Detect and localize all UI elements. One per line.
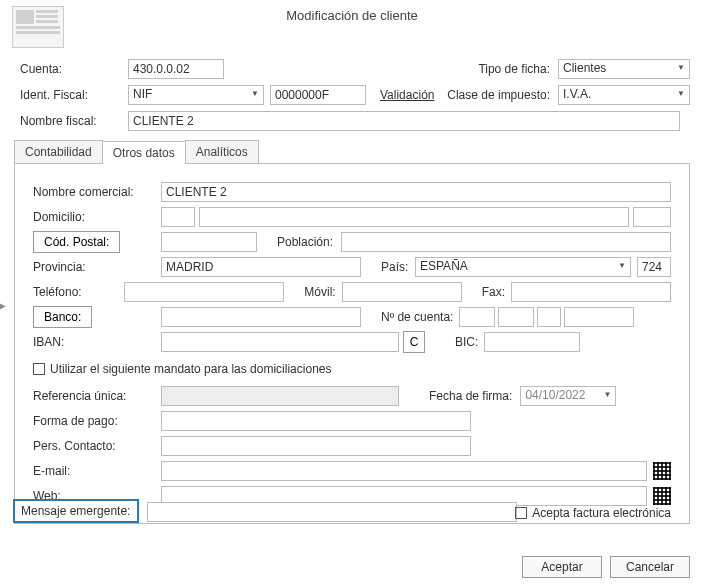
iban-input[interactable]	[161, 332, 399, 352]
tipo-ficha-select[interactable]: Clientes▼	[558, 59, 690, 79]
banco-button[interactable]: Banco:	[33, 306, 92, 328]
pais-value: ESPAÑA	[420, 259, 468, 273]
ref-unica-input[interactable]	[161, 386, 399, 406]
bic-input[interactable]	[484, 332, 580, 352]
telefono-input[interactable]	[124, 282, 284, 302]
iban-c-button[interactable]: C	[403, 331, 425, 353]
poblacion-input[interactable]	[341, 232, 671, 252]
poblacion-label: Población:	[277, 235, 333, 249]
ncuenta-1-input[interactable]	[459, 307, 495, 327]
telefono-label: Teléfono:	[33, 285, 124, 299]
nombre-comercial-input[interactable]	[161, 182, 671, 202]
nombre-fiscal-input[interactable]	[128, 111, 680, 131]
cod-postal-button[interactable]: Cód. Postal:	[33, 231, 120, 253]
nombre-comercial-label: Nombre comercial:	[33, 185, 161, 199]
domicilio-input[interactable]	[199, 207, 629, 227]
forma-pago-input[interactable]	[161, 411, 471, 431]
banco-input[interactable]	[161, 307, 361, 327]
email-input[interactable]	[161, 461, 647, 481]
pers-contacto-input[interactable]	[161, 436, 471, 456]
aceptar-button[interactable]: Aceptar	[522, 556, 602, 578]
clase-impuesto-value: I.V.A.	[563, 87, 591, 101]
chevron-down-icon: ▼	[675, 89, 687, 101]
mensaje-emergente-input[interactable]	[147, 502, 517, 522]
bic-label: BIC:	[455, 335, 478, 349]
movil-input[interactable]	[342, 282, 462, 302]
mandato-label: Utilizar el siguiente mandato para las d…	[50, 362, 331, 376]
ncuenta-4-input[interactable]	[564, 307, 634, 327]
provincia-label: Provincia:	[33, 260, 161, 274]
forma-pago-label: Forma de pago:	[33, 414, 161, 428]
fecha-firma-picker[interactable]: 04/10/2022▼	[520, 386, 616, 406]
tipo-ficha-value: Clientes	[563, 61, 606, 75]
validacion-link[interactable]: Validación	[380, 88, 434, 102]
fecha-firma-value: 04/10/2022	[525, 388, 585, 402]
clase-impuesto-select[interactable]: I.V.A.▼	[558, 85, 690, 105]
qr-icon[interactable]	[653, 462, 671, 480]
cuenta-label: Cuenta:	[20, 62, 128, 76]
pais-code-input[interactable]	[637, 257, 671, 277]
provincia-input[interactable]	[161, 257, 361, 277]
ident-tipo-select[interactable]: NIF▼	[128, 85, 264, 105]
ident-fiscal-input[interactable]	[270, 85, 366, 105]
movil-label: Móvil:	[304, 285, 335, 299]
prev-arrow-icon[interactable]: ▶	[0, 300, 6, 311]
acepta-factura-checkbox[interactable]	[515, 507, 527, 519]
ref-unica-label: Referencia única:	[33, 389, 161, 403]
chevron-down-icon: ▼	[601, 390, 613, 402]
tab-analiticos[interactable]: Analíticos	[185, 140, 259, 163]
chevron-down-icon: ▼	[675, 63, 687, 75]
mensaje-emergente-label: Mensaje emergente:	[13, 499, 139, 523]
ncuenta-label: Nº de cuenta:	[381, 310, 453, 324]
tab-contabilidad[interactable]: Contabilidad	[14, 140, 103, 163]
cod-postal-input[interactable]	[161, 232, 257, 252]
qr-icon[interactable]	[653, 487, 671, 505]
nombre-fiscal-label: Nombre fiscal:	[20, 114, 128, 128]
pais-select[interactable]: ESPAÑA▼	[415, 257, 631, 277]
chevron-down-icon: ▼	[616, 261, 628, 273]
form-icon	[12, 6, 64, 48]
tab-otros-datos[interactable]: Otros datos	[102, 141, 186, 164]
iban-label: IBAN:	[33, 335, 161, 349]
chevron-down-icon: ▼	[249, 89, 261, 101]
fax-input[interactable]	[511, 282, 671, 302]
acepta-factura-label: Acepta factura electrónica	[532, 506, 671, 520]
pais-label: País:	[381, 260, 415, 274]
domicilio-num-input[interactable]	[633, 207, 671, 227]
tab-panel: Nombre comercial: Domicilio: Cód. Postal…	[14, 164, 690, 524]
tipo-ficha-label: Tipo de ficha:	[478, 62, 550, 76]
cuenta-input[interactable]	[128, 59, 224, 79]
email-label: E-mail:	[33, 464, 161, 478]
pers-contacto-label: Pers. Contacto:	[33, 439, 161, 453]
fecha-firma-label: Fecha de firma:	[429, 389, 512, 403]
ident-tipo-value: NIF	[133, 87, 152, 101]
domicilio-label: Domicilio:	[33, 210, 161, 224]
mandato-checkbox[interactable]	[33, 363, 45, 375]
window-title: Modificación de cliente	[0, 0, 704, 23]
cancelar-button[interactable]: Cancelar	[610, 556, 690, 578]
clase-impuesto-label: Clase de impuesto:	[447, 88, 550, 102]
domicilio-tipo-input[interactable]	[161, 207, 195, 227]
ncuenta-2-input[interactable]	[498, 307, 534, 327]
tabstrip: Contabilidad Otros datos Analíticos	[14, 140, 690, 164]
fax-label: Fax:	[482, 285, 505, 299]
ident-fiscal-label: Ident. Fiscal:	[20, 88, 128, 102]
ncuenta-3-input[interactable]	[537, 307, 561, 327]
